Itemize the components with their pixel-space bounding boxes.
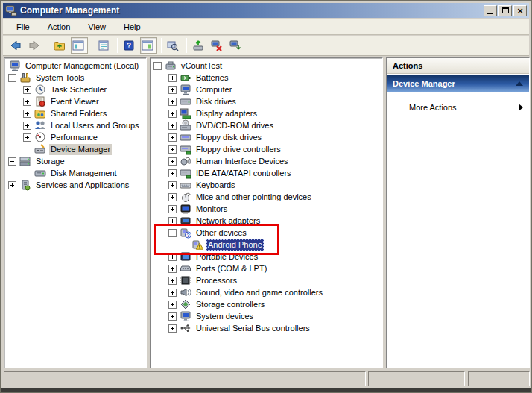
show-action-pane-button[interactable] [140,37,157,54]
collapse-toggle-icon[interactable] [153,62,162,70]
export-list-button[interactable] [96,37,113,54]
tree-item-performance[interactable]: Performance [4,131,146,143]
tree-item-device-manager[interactable]: Device Manager [4,143,146,155]
expand-toggle-icon[interactable] [168,74,177,82]
expand-toggle-icon[interactable] [168,193,177,201]
tree-item-disk-management[interactable]: Disk Management [4,167,146,179]
tree-item-vcounttest[interactable]: vCountTest [151,60,382,72]
dvd-drive-icon [180,119,191,131]
tree-item-mice-and-other-pointing-devices[interactable]: Mice and other pointing devices [151,191,382,203]
update-driver-button[interactable] [191,37,208,54]
tree-item-human-interface-devices[interactable]: Human Interface Devices [151,155,382,167]
tree-item-keyboards[interactable]: Keyboards [151,179,382,191]
tree-item-system-devices[interactable]: System devices [151,310,382,322]
minimize-button[interactable] [484,5,497,16]
close-button[interactable]: × [513,5,527,16]
expand-toggle-icon[interactable] [168,157,177,166]
expand-toggle-icon[interactable] [168,265,177,273]
tree-item-floppy-disk-drives[interactable]: Floppy disk drives [151,131,382,143]
menu-help[interactable]: Help [118,20,147,34]
expand-toggle-icon[interactable] [23,86,31,94]
tree-item-network-adapters[interactable]: Network adapters [151,215,382,227]
expand-toggle-icon[interactable] [168,324,177,333]
tree-item-shared-folders[interactable]: Shared Folders [4,107,146,119]
more-actions-item[interactable]: More Actions [387,100,529,115]
expand-toggle-icon[interactable] [168,253,177,261]
tree-item-universal-serial-bus-controllers[interactable]: Universal Serial Bus controllers [151,322,382,334]
expand-toggle-icon[interactable] [168,110,177,118]
tree-item-other-devices[interactable]: ?Other devices [151,227,382,239]
tree-item-label: Batteries [194,72,229,84]
tree-item-dvd-cd-rom-drives[interactable]: DVD/CD-ROM drives [151,119,382,131]
expand-toggle-icon[interactable] [168,133,177,142]
show-console-tree-button[interactable] [71,37,88,54]
collapse-toggle-icon[interactable] [8,157,16,166]
collapse-toggle-icon[interactable] [168,229,177,237]
tree-item-label: DVD/CD-ROM drives [194,120,275,131]
expand-toggle-icon[interactable] [168,181,177,189]
tree-item-batteries[interactable]: Batteries [151,72,382,84]
scan-hardware-changes-button[interactable] [228,37,245,54]
tree-item-ide-ata-atapi-controllers[interactable]: IDE ATA/ATAPI controllers [151,167,382,179]
menu-view[interactable]: View [82,20,112,34]
actions-section-device-manager[interactable]: Device Manager [387,75,529,92]
tree-item-display-adapters[interactable]: Display adapters [151,107,382,119]
forward-button[interactable] [27,37,44,54]
tree-item-storage[interactable]: Storage [4,155,146,167]
floppy-drive-icon [180,131,191,143]
tree-item-label: vCountTest [180,60,224,72]
tree-item-floppy-drive-controllers[interactable]: Floppy drive controllers [151,143,382,155]
tree-item-storage-controllers[interactable]: Storage controllers [151,298,382,310]
status-bar-segment [4,371,366,386]
device-search-button[interactable] [165,37,183,54]
tree-item-services-and-applications[interactable]: Services and Applications [4,179,146,191]
collapse-toggle-icon[interactable] [8,74,16,82]
tree-item-processors[interactable]: Processors [151,274,382,286]
expand-toggle-icon[interactable] [23,98,31,106]
back-button[interactable] [8,37,25,54]
expand-toggle-icon[interactable] [168,301,177,309]
expand-toggle-icon[interactable] [168,122,177,130]
up-one-level-button[interactable] [52,37,69,54]
tree-item-ports-com-lpt[interactable]: Ports (COM & LPT) [151,262,382,274]
expand-toggle-icon[interactable] [168,277,177,285]
title-bar: Computer Management × [3,3,529,18]
expand-toggle-icon[interactable] [168,98,177,106]
status-bar-segment [368,371,465,386]
tree-item-label: Storage controllers [194,299,266,310]
tree-item-computer-management-local[interactable]: Computer Management (Local) [4,60,146,72]
tree-item-system-tools[interactable]: System Tools [4,72,146,84]
tree-item-monitors[interactable]: Monitors [151,203,382,215]
menu-file[interactable]: File [10,20,36,34]
expand-toggle-icon[interactable] [23,122,31,130]
expand-toggle-icon[interactable] [168,205,177,213]
expand-toggle-icon[interactable] [168,145,177,154]
tree-item-android-phone[interactable]: Android Phone [151,239,382,251]
menu-action[interactable]: Action [42,20,77,34]
tree-item-computer[interactable]: Computer [151,84,382,95]
tree-item-task-scheduler[interactable]: Task Scheduler [4,84,146,95]
expand-toggle-icon[interactable] [168,169,177,177]
tree-item-portable-devices[interactable]: Portable Devices [151,251,382,262]
expand-toggle-icon[interactable] [168,289,177,297]
maximize-button[interactable] [498,5,512,16]
submenu-arrow-icon [519,104,523,111]
expand-toggle-icon[interactable] [8,181,16,189]
tree-item-label: Disk Management [49,168,118,179]
expand-toggle-icon[interactable] [168,312,177,321]
tree-item-disk-drives[interactable]: Disk drives [151,95,382,107]
tree-item-sound-video-and-game-controllers[interactable]: Sound, video and game controllers [151,286,382,298]
tree-item-local-users-and-groups[interactable]: Local Users and Groups [4,119,146,131]
system-devices-icon [180,310,191,322]
tree-item-label: IDE ATA/ATAPI controllers [194,168,293,179]
performance-icon [34,131,46,143]
help-button[interactable]: ? [121,37,139,54]
expand-toggle-icon[interactable] [168,86,177,94]
actions-pane: Actions Device Manager More Actions [386,57,530,368]
collapse-chevron-icon[interactable] [516,81,523,86]
uninstall-device-button[interactable] [209,37,227,54]
expand-toggle-icon[interactable] [23,133,31,142]
expand-toggle-icon[interactable] [168,217,177,225]
tree-item-event-viewer[interactable]: Event Viewer [4,95,146,107]
expand-toggle-icon[interactable] [23,110,31,118]
